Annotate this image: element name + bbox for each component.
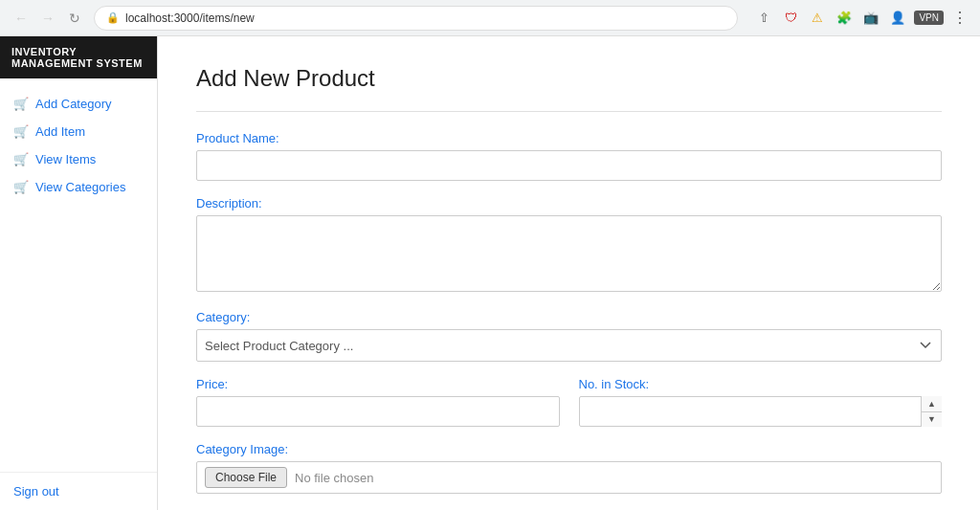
stock-label: No. in Stock: <box>579 377 943 391</box>
choose-file-button[interactable]: Choose File <box>205 467 287 488</box>
description-group: Description: <box>196 196 942 295</box>
main-content: Add New Product Product Name: Descriptio… <box>158 36 980 510</box>
product-name-group: Product Name: <box>196 131 942 181</box>
cart-icon-add-item: 🛒 <box>13 124 29 139</box>
add-product-form: Product Name: Description: Category: Sel… <box>196 131 942 510</box>
address-bar[interactable]: 🔒 localhost:3000/items/new <box>94 6 738 31</box>
image-group: Category Image: Choose File No file chos… <box>196 442 942 494</box>
category-group: Category: Select Product Category ... El… <box>196 310 942 362</box>
product-name-input[interactable] <box>196 150 942 181</box>
browser-actions: ⇧ 🛡 ⚠ 🧩 📺 👤 VPN ⋮ <box>753 8 970 29</box>
price-group: Price: <box>196 377 560 427</box>
signout-link[interactable]: Sign out <box>13 484 59 499</box>
sidebar-item-add-item[interactable]: 🛒 Add Item <box>0 118 157 145</box>
stock-group: No. in Stock: ▲ ▼ <box>579 377 943 427</box>
sidebar-label-add-category: Add Category <box>35 97 112 111</box>
description-input[interactable] <box>196 215 942 292</box>
category-label: Category: <box>196 310 942 324</box>
sidebar-item-view-categories[interactable]: 🛒 View Categories <box>0 173 157 201</box>
browser-chrome: ← → ↻ 🔒 localhost:3000/items/new ⇧ 🛡 ⚠ 🧩… <box>0 0 980 36</box>
share-icon[interactable]: ⇧ <box>753 8 774 29</box>
warning-icon[interactable]: ⚠ <box>807 8 828 29</box>
app-wrapper: INVENTORY MANAGEMENT SYSTEM 🛒 Add Catego… <box>0 36 980 510</box>
extension-icon[interactable]: 🧩 <box>834 8 855 29</box>
file-name-text: No file chosen <box>295 471 373 485</box>
vpn-badge: VPN <box>914 11 944 25</box>
price-input[interactable] <box>196 396 560 427</box>
price-label: Price: <box>196 377 560 391</box>
description-label: Description: <box>196 196 942 211</box>
file-input-wrapper: Choose File No file chosen <box>196 461 942 494</box>
stock-decrement-button[interactable]: ▼ <box>922 412 942 428</box>
shield-icon[interactable]: 🛡 <box>780 8 801 29</box>
title-divider <box>196 111 942 112</box>
stock-input-wrapper: ▲ ▼ <box>579 396 943 427</box>
cart-icon-view-items: 🛒 <box>13 152 29 166</box>
stock-spinner: ▲ ▼ <box>921 396 942 427</box>
stock-input[interactable] <box>579 396 943 427</box>
sidebar: INVENTORY MANAGEMENT SYSTEM 🛒 Add Catego… <box>0 36 158 510</box>
stock-increment-button[interactable]: ▲ <box>922 396 942 412</box>
signout-section: Sign out <box>0 472 157 510</box>
browser-menu-button[interactable]: ⋮ <box>949 8 970 29</box>
lock-icon: 🔒 <box>106 11 120 24</box>
forward-button[interactable]: → <box>36 7 59 30</box>
category-select[interactable]: Select Product Category ... Electronics … <box>196 329 942 362</box>
sidebar-label-view-items: View Items <box>35 152 96 166</box>
page-title: Add New Product <box>196 65 942 92</box>
sidebar-item-view-items[interactable]: 🛒 View Items <box>0 145 157 173</box>
back-button[interactable]: ← <box>10 7 33 30</box>
nav-buttons: ← → ↻ <box>10 7 86 30</box>
reload-button[interactable]: ↻ <box>63 7 86 30</box>
sidebar-label-add-item: Add Item <box>35 124 85 139</box>
sidebar-item-add-category[interactable]: 🛒 Add Category <box>0 90 157 118</box>
sidebar-nav: 🛒 Add Category 🛒 Add Item 🛒 View Items 🛒… <box>0 78 157 472</box>
cart-icon-view-categories: 🛒 <box>13 180 29 194</box>
image-label: Category Image: <box>196 442 942 456</box>
cart-icon-add-category: 🛒 <box>13 97 29 111</box>
product-name-label: Product Name: <box>196 131 942 145</box>
url-text: localhost:3000/items/new <box>125 11 255 25</box>
sidebar-label-view-categories: View Categories <box>35 180 125 194</box>
cast-icon[interactable]: 📺 <box>860 8 881 29</box>
price-stock-row: Price: No. in Stock: ▲ ▼ <box>196 377 942 427</box>
profile-icon[interactable]: 👤 <box>887 8 908 29</box>
app-title: INVENTORY MANAGEMENT SYSTEM <box>0 36 157 78</box>
